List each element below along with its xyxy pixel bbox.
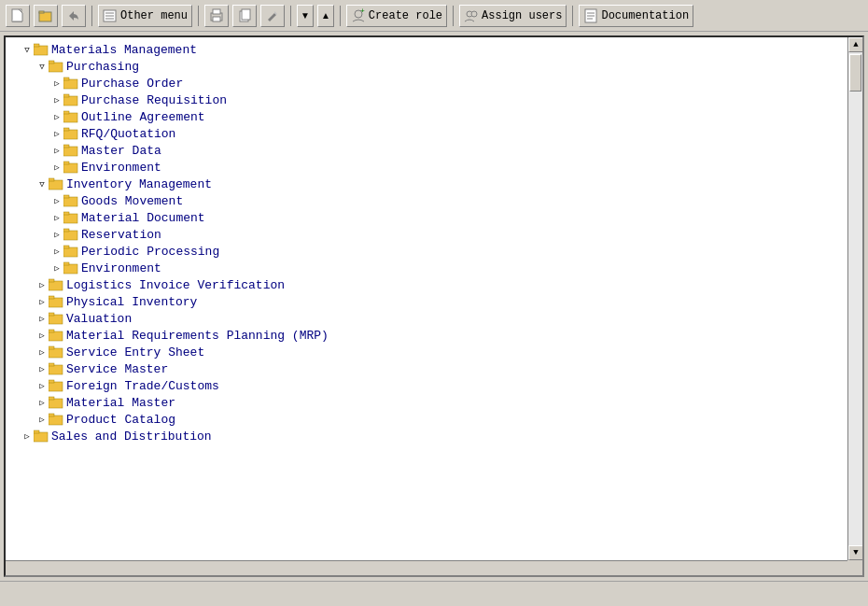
expand-foreign-trade-customs[interactable]: ▷ [35,379,49,392]
tree-item-sales-and-distribution[interactable]: ▷ Sales and Distribution [6,428,847,444]
tree-item-foreign-trade-customs[interactable]: ▷ Foreign Trade/Customs [6,377,847,394]
tree-item-environment-purchasing[interactable]: ▷ Environment [6,159,847,176]
tree-item-logistics-invoice-verification[interactable]: ▷ Logistics Invoice Verification [6,276,847,293]
create-role-button[interactable]: + Create role [346,5,447,27]
expand-goods-movement[interactable]: ▷ [50,194,63,207]
expand-rfq-quotation[interactable]: ▷ [50,127,63,140]
expand-environment-purchasing[interactable]: ▷ [50,161,63,174]
svg-rect-51 [49,296,54,299]
expand-outline-agreement[interactable]: ▷ [50,110,63,123]
scroll-up-button[interactable]: ▲ [848,37,863,52]
folder-icon-product-catalog [49,413,63,426]
expand-purchasing[interactable]: ▽ [35,60,49,73]
expand-product-catalog[interactable]: ▷ [35,413,49,426]
label-purchasing: Purchasing [66,60,139,74]
tree-item-service-master[interactable]: ▷ Service Master [6,360,847,377]
back-button[interactable] [62,5,86,27]
expand-logistics-invoice-verification[interactable]: ▷ [35,278,49,291]
tree-item-master-data[interactable]: ▷ Master Data [6,142,847,159]
folder-icon-materials-management [34,43,49,56]
label-environment-purchasing: Environment [81,161,161,175]
tree-item-physical-inventory[interactable]: ▷ Physical Inventory [6,293,847,310]
tree-item-product-catalog[interactable]: ▷ Product Catalog [6,411,847,428]
scrollbar-vertical[interactable]: ▲ ▼ [847,37,862,560]
svg-rect-8 [213,9,220,14]
expand-physical-inventory[interactable]: ▷ [35,295,49,308]
svg-rect-50 [49,298,63,307]
expand-valuation[interactable]: ▷ [35,312,49,325]
open-button[interactable] [34,5,58,27]
folder-icon-physical-inventory [49,295,63,308]
svg-rect-47 [63,262,69,265]
expand-sales-and-distribution[interactable]: ▷ [21,430,34,443]
folder-icon-foreign-trade-customs [49,379,63,392]
other-menu-button[interactable]: Other menu [98,5,192,27]
scroll-thumb-vertical[interactable] [849,54,861,92]
status-bar [0,581,868,599]
main-area: ▽ Materials Management ▽ Purchasing [4,35,864,577]
expand-inventory-management[interactable]: ▽ [35,177,49,190]
svg-rect-46 [63,264,77,274]
tree-item-service-entry-sheet[interactable]: ▷ Service Entry Sheet [6,344,847,360]
tree-item-purchase-order[interactable]: ▷ Purchase Order [6,75,847,92]
folder-icon-material-master [49,396,63,409]
other-menu-label: Other menu [120,9,188,22]
edit-button[interactable] [260,5,285,27]
tree-item-valuation[interactable]: ▷ Valuation [6,310,847,327]
svg-rect-38 [63,197,77,206]
svg-rect-20 [34,46,48,55]
tree-item-materials-management[interactable]: ▽ Materials Management [6,41,847,58]
expand-materials-management[interactable]: ▽ [21,43,34,56]
folder-icon-material-document [63,211,78,224]
assign-users-icon [464,8,479,23]
expand-purchase-order[interactable]: ▷ [50,77,63,90]
expand-material-document[interactable]: ▷ [50,211,63,224]
expand-material-master[interactable]: ▷ [35,396,49,409]
separator-6 [572,6,573,26]
tree-item-material-document[interactable]: ▷ Material Document [6,209,847,226]
svg-rect-32 [63,147,77,156]
expand-reservation[interactable]: ▷ [50,228,63,241]
tree-item-goods-movement[interactable]: ▷ Goods Movement [6,192,847,209]
label-sales-and-distribution: Sales and Distribution [51,430,212,444]
tree-item-reservation[interactable]: ▷ Reservation [6,226,847,243]
svg-rect-42 [63,231,77,240]
svg-rect-31 [63,128,69,131]
arrow-down-button[interactable]: ▼ [297,5,314,27]
expand-master-data[interactable]: ▷ [50,144,63,157]
scrollbar-horizontal[interactable] [6,560,847,575]
tree-item-purchasing[interactable]: ▽ Purchasing [6,58,847,75]
print-button[interactable] [204,5,229,27]
svg-rect-24 [63,79,77,89]
copy-button[interactable] [232,5,257,27]
expand-mrp[interactable]: ▷ [35,329,49,342]
tree-item-mrp[interactable]: ▷ Material Requirements Planning (MRP) [6,327,847,344]
tree-item-periodic-processing[interactable]: ▷ Periodic Processing [6,243,847,260]
tree-item-environment-inventory[interactable]: ▷ Environment [6,260,847,276]
expand-environment-inventory[interactable]: ▷ [50,261,63,275]
scroll-track-vertical[interactable] [848,52,862,545]
expand-service-entry-sheet[interactable]: ▷ [35,345,49,359]
tree-item-outline-agreement[interactable]: ▷ Outline Agreement [6,108,847,125]
svg-rect-45 [63,246,69,248]
tree-container: ▽ Materials Management ▽ Purchasing [6,37,847,560]
expand-purchase-requisition[interactable]: ▷ [50,93,63,106]
expand-periodic-processing[interactable]: ▷ [50,245,63,258]
back-icon [66,8,81,23]
tree-item-material-master[interactable]: ▷ Material Master [6,394,847,411]
new-button[interactable] [6,5,30,27]
tree-item-inventory-management[interactable]: ▽ Inventory Management [6,176,847,192]
folder-icon-rfq-quotation [63,127,78,140]
folder-icon-purchase-requisition [63,93,78,106]
expand-service-master[interactable]: ▷ [35,362,49,375]
svg-rect-29 [63,111,69,114]
assign-users-button[interactable]: Assign users [459,5,567,27]
tree-item-purchase-requisition[interactable]: ▷ Purchase Requisition [6,92,847,108]
svg-rect-35 [63,162,69,164]
tree-item-rfq-quotation[interactable]: ▷ RFQ/Quotation [6,125,847,142]
arrow-up-button[interactable]: ▲ [317,5,334,27]
documentation-button[interactable]: Documentation [579,5,693,27]
separator-4 [340,6,341,26]
svg-rect-62 [49,399,63,408]
scroll-down-button[interactable]: ▼ [848,545,863,560]
